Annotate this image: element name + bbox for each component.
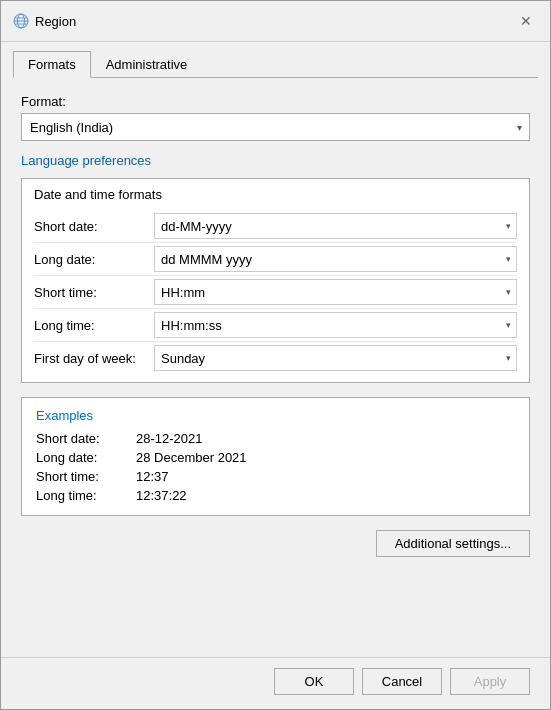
example-row-short-time: Short time: 12:37	[36, 467, 515, 486]
format-select[interactable]: English (India)	[21, 113, 530, 141]
example-short-date-label: Short date:	[36, 431, 136, 446]
example-long-date-label: Long date:	[36, 450, 136, 465]
short-time-select-wrapper: HH:mm ▾	[154, 279, 517, 305]
region-dialog: Region ✕ Formats Administrative Format: …	[0, 0, 551, 710]
title-bar-left: Region	[13, 13, 76, 29]
datetime-row-short-date: Short date: dd-MM-yyyy ▾	[34, 210, 517, 242]
language-preferences-link[interactable]: Language preferences	[21, 153, 151, 168]
long-date-select[interactable]: dd MMMM yyyy	[154, 246, 517, 272]
additional-settings-row: Additional settings...	[21, 530, 530, 557]
additional-settings-button[interactable]: Additional settings...	[376, 530, 530, 557]
format-section: Format: English (India) ▾	[21, 94, 530, 141]
datetime-row-long-time: Long time: HH:mm:ss ▾	[34, 308, 517, 341]
datetime-row-long-date: Long date: dd MMMM yyyy ▾	[34, 242, 517, 275]
short-time-label: Short time:	[34, 285, 154, 300]
short-date-label: Short date:	[34, 219, 154, 234]
long-time-label: Long time:	[34, 318, 154, 333]
format-label: Format:	[21, 94, 530, 109]
window-title: Region	[35, 14, 76, 29]
ok-button[interactable]: OK	[274, 668, 354, 695]
example-short-time-label: Short time:	[36, 469, 136, 484]
format-select-wrapper: English (India) ▾	[21, 113, 530, 141]
dialog-content: Format: English (India) ▾ Language prefe…	[1, 78, 550, 657]
example-row-long-date: Long date: 28 December 2021	[36, 448, 515, 467]
datetime-row-short-time: Short time: HH:mm ▾	[34, 275, 517, 308]
dialog-footer: OK Cancel Apply	[1, 657, 550, 709]
tab-administrative[interactable]: Administrative	[91, 51, 203, 78]
example-long-time-label: Long time:	[36, 488, 136, 503]
first-day-label: First day of week:	[34, 351, 154, 366]
short-date-select-wrapper: dd-MM-yyyy ▾	[154, 213, 517, 239]
long-date-label: Long date:	[34, 252, 154, 267]
datetime-formats-title: Date and time formats	[34, 187, 517, 202]
example-long-time-value: 12:37:22	[136, 488, 187, 503]
example-row-short-date: Short date: 28-12-2021	[36, 429, 515, 448]
first-day-select-wrapper: Sunday ▾	[154, 345, 517, 371]
title-bar: Region ✕	[1, 1, 550, 42]
tabs-bar: Formats Administrative	[1, 42, 550, 77]
first-day-select[interactable]: Sunday	[154, 345, 517, 371]
globe-icon	[13, 13, 29, 29]
datetime-formats-box: Date and time formats Short date: dd-MM-…	[21, 178, 530, 383]
cancel-button[interactable]: Cancel	[362, 668, 442, 695]
long-date-select-wrapper: dd MMMM yyyy ▾	[154, 246, 517, 272]
example-row-long-time: Long time: 12:37:22	[36, 486, 515, 505]
datetime-row-first-day: First day of week: Sunday ▾	[34, 341, 517, 374]
example-short-date-value: 28-12-2021	[136, 431, 203, 446]
examples-title: Examples	[36, 408, 515, 423]
long-time-select-wrapper: HH:mm:ss ▾	[154, 312, 517, 338]
close-button[interactable]: ✕	[514, 9, 538, 33]
example-short-time-value: 12:37	[136, 469, 169, 484]
examples-box: Examples Short date: 28-12-2021 Long dat…	[21, 397, 530, 516]
short-date-select[interactable]: dd-MM-yyyy	[154, 213, 517, 239]
short-time-select[interactable]: HH:mm	[154, 279, 517, 305]
tab-formats[interactable]: Formats	[13, 51, 91, 78]
example-long-date-value: 28 December 2021	[136, 450, 247, 465]
apply-button[interactable]: Apply	[450, 668, 530, 695]
long-time-select[interactable]: HH:mm:ss	[154, 312, 517, 338]
